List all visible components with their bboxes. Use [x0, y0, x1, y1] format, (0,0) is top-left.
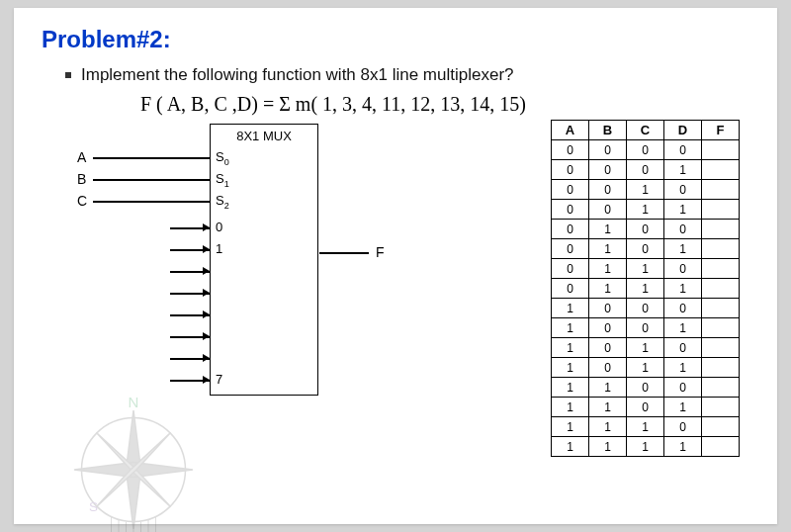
cell: 0	[627, 299, 664, 318]
cell: 0	[589, 140, 627, 160]
cell: 1	[552, 358, 589, 378]
table-row: 1000	[552, 299, 740, 318]
cell: 0	[664, 338, 702, 358]
arrow-icon	[203, 376, 210, 384]
cell: 1	[552, 338, 589, 358]
cell: 1	[664, 358, 702, 378]
cell: 1	[589, 220, 627, 239]
cell: 1	[589, 378, 627, 398]
col-D: D	[664, 121, 702, 140]
cell: 1	[552, 398, 589, 417]
cell: 0	[552, 259, 589, 279]
sel-pin-a: S0	[216, 149, 229, 164]
table-row: 0110	[552, 259, 740, 279]
mux-header: 8X1 MUX	[211, 129, 317, 143]
sel-label-b: B	[77, 171, 86, 187]
cell: 0	[627, 239, 664, 259]
cell: 1	[664, 200, 702, 220]
arrow-icon	[203, 310, 210, 318]
cell: 0	[589, 200, 627, 220]
problem-statement: Implement the following function with 8x…	[81, 65, 514, 85]
cell: 1	[627, 417, 664, 437]
cell: 0	[664, 299, 702, 318]
cell: 1	[589, 437, 627, 457]
cell: 0	[627, 318, 664, 338]
table-row: 1101	[552, 398, 740, 417]
cell: 0	[552, 140, 589, 160]
table-row: 1110	[552, 417, 740, 437]
cell: 1	[552, 417, 589, 437]
cell	[702, 417, 740, 437]
table-row: 0000	[552, 140, 740, 160]
cell: 1	[627, 259, 664, 279]
sel-wire-b	[93, 179, 210, 181]
cell	[702, 259, 740, 279]
mux-schematic: 8X1 MUX A S0 B S1 C S2 0 1	[51, 124, 388, 450]
cell: 1	[589, 239, 627, 259]
cell: 1	[627, 279, 664, 299]
svg-text:N: N	[129, 396, 139, 410]
arrow-icon	[203, 332, 210, 340]
table-row: 0111	[552, 279, 740, 299]
cell: 1	[552, 378, 589, 398]
cell: 0	[627, 378, 664, 398]
cell: 0	[552, 239, 589, 259]
cell: 1	[664, 437, 702, 457]
sel-pin-c: S2	[216, 193, 229, 208]
cell: 0	[664, 378, 702, 398]
data-pin-1: 1	[216, 241, 222, 256]
cell	[702, 180, 740, 200]
cell: 0	[627, 160, 664, 180]
col-A: A	[552, 121, 589, 140]
output-wire	[319, 252, 369, 254]
cell	[702, 200, 740, 220]
arrow-icon	[203, 354, 210, 362]
sel-label-a: A	[77, 149, 86, 165]
cell	[702, 220, 740, 239]
cell: 1	[664, 318, 702, 338]
page: Problem#2: Implement the following funct…	[14, 8, 777, 524]
cell: 0	[664, 180, 702, 200]
svg-text:S: S	[89, 499, 98, 514]
arrow-icon	[203, 267, 210, 275]
col-F: F	[702, 121, 740, 140]
cell	[702, 160, 740, 180]
cell: 1	[627, 358, 664, 378]
function-formula: F ( A, B, C ,D) = Σ m( 1, 3, 4, 11, 12, …	[140, 93, 749, 116]
arrow-icon	[203, 245, 210, 253]
cell: 0	[664, 140, 702, 160]
cell	[702, 437, 740, 457]
statement-row: Implement the following function with 8x…	[65, 65, 749, 85]
cell: 1	[552, 437, 589, 457]
cell: 1	[664, 239, 702, 259]
cell: 0	[552, 180, 589, 200]
sel-pin-b: S1	[216, 171, 229, 186]
table-row: 0001	[552, 160, 740, 180]
cell: 1	[664, 398, 702, 417]
data-pin-0: 0	[216, 220, 222, 234]
cell: 1	[627, 180, 664, 200]
cell: 0	[627, 398, 664, 417]
table-row: 0100	[552, 220, 740, 239]
table-row: 0011	[552, 200, 740, 220]
cell: 0	[589, 358, 627, 378]
table-header-row: A B C D F	[552, 121, 740, 140]
sel-wire-c	[93, 201, 210, 203]
arrow-icon	[203, 223, 210, 231]
cell: 0	[552, 279, 589, 299]
cell	[702, 398, 740, 417]
cell: 0	[552, 160, 589, 180]
table-row: 0010	[552, 180, 740, 200]
table-row: 1010	[552, 338, 740, 358]
cell	[702, 338, 740, 358]
content: 8X1 MUX A S0 B S1 C S2 0 1	[42, 124, 749, 457]
cell: 1	[589, 259, 627, 279]
cell: 1	[664, 160, 702, 180]
col-C: C	[627, 121, 664, 140]
cell: 0	[552, 200, 589, 220]
cell: 1	[627, 437, 664, 457]
cell	[702, 378, 740, 398]
cell: 0	[664, 220, 702, 239]
arrow-icon	[203, 289, 210, 297]
table-row: 0101	[552, 239, 740, 259]
